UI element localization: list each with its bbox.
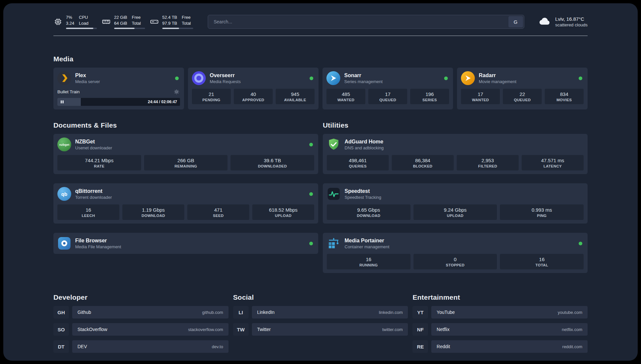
service-card-portainer[interactable]: Media Portainer Container management 16 … <box>323 233 588 273</box>
stat-tile: 485 WANTED <box>326 89 365 104</box>
stat-tile: 39.6 TB DOWNLOADED <box>230 155 314 170</box>
stat-tile: 21 PENDING <box>192 89 231 104</box>
disk-free: 52.4 TB <box>162 15 177 20</box>
bookmark-url: youtube.com <box>558 310 582 315</box>
bookmark-dev[interactable]: DT DEV dev.to <box>53 340 229 353</box>
stat-tile: 196 SERIES <box>410 89 449 104</box>
cpu-progress-bar <box>66 28 97 29</box>
status-dot <box>444 76 448 80</box>
bookmark-url: linkedin.com <box>379 310 403 315</box>
section-title-entertainment: Entertainment <box>412 293 588 301</box>
service-card-radarr[interactable]: Radarr Movie management 17 WANTED 22 QUE… <box>457 68 588 109</box>
stat-tile: 0.993 ms PING <box>500 204 584 220</box>
cpu-monitor: 7% 3.24 CPU Load <box>53 15 97 29</box>
bookmark-name: LinkedIn <box>257 310 275 315</box>
overseerr-icon <box>192 71 206 85</box>
bookmark-netflix[interactable]: NF Netflix netflix.com <box>412 323 588 336</box>
gear-icon[interactable] <box>173 88 180 95</box>
section-social: Social LI LinkedIn linkedin.com TW Twitt… <box>233 293 408 357</box>
section-title-media: Media <box>53 55 588 63</box>
bookmark-linkedin[interactable]: LI LinkedIn linkedin.com <box>233 306 408 318</box>
bookmark-url: netflix.com <box>562 327 582 332</box>
bookmark-twitter[interactable]: TW Twitter twitter.com <box>233 323 408 336</box>
memory-progress-bar <box>114 28 145 29</box>
dashboard-window: 7% 3.24 CPU Load <box>3 3 638 361</box>
stat-tile: 16 LEECH <box>57 204 119 220</box>
memory-free: 22 GiB <box>114 15 127 20</box>
service-card-nzbget[interactable]: nzbget NZBGet Usenet downloader 744.21 M… <box>53 134 318 174</box>
service-card-speedtest[interactable]: Speedtest Speedtest Tracking 9.65 Gbps D… <box>323 183 588 224</box>
speedtest-icon <box>327 187 341 201</box>
search-input[interactable] <box>209 19 508 24</box>
service-card-sonarr[interactable]: Sonarr Series management 485 WANTED 17 Q… <box>322 68 453 109</box>
bookmark-url: dev.to <box>212 344 223 349</box>
section-developer: Developer GH Github github.com SO StackO… <box>53 293 229 357</box>
radarr-icon <box>461 71 475 85</box>
service-card-adguard[interactable]: AdGuard Home DNS and adblocking 498,461 … <box>323 134 588 174</box>
stat-tile: 17 QUEUED <box>368 89 407 104</box>
service-subtitle: Media File Management <box>75 244 305 249</box>
service-card-qbittorrent[interactable]: qb qBittorrent Torrent downloader 16 LEE… <box>53 183 318 224</box>
memory-monitor: 22 GiB 64 GiB Free Total <box>102 15 145 29</box>
bookmark-abbr: RE <box>412 340 428 353</box>
bookmark-url: twitter.com <box>382 327 403 332</box>
cloud-icon <box>538 15 551 29</box>
bookmark-abbr: SO <box>53 323 69 336</box>
plex-now-playing: Bullet Train 24:44 / 0 <box>57 88 180 106</box>
playback-progress-bar[interactable]: 24:44 / 02:06:47 <box>57 98 180 106</box>
stat-tile: 945 AVAILABLE <box>276 89 315 104</box>
service-title: Speedtest <box>345 188 584 194</box>
status-dot <box>309 242 313 245</box>
disk-values: 52.4 TB 97.9 TB <box>162 15 177 26</box>
bookmark-youtube[interactable]: YT YouTube youtube.com <box>412 306 588 318</box>
section-title-social: Social <box>233 293 408 301</box>
service-title: File Browser <box>75 238 305 244</box>
bookmark-name: YouTube <box>437 310 455 315</box>
cpu-labels: CPU Load <box>79 15 88 26</box>
search-bar: G <box>208 15 524 29</box>
topbar-divider <box>53 36 588 36</box>
section-title-utilities: Utilities <box>323 121 588 129</box>
service-card-filebrowser[interactable]: File Browser Media File Management <box>53 233 318 254</box>
search-engine-button[interactable]: G <box>508 16 523 27</box>
service-title: Media Portainer <box>345 238 575 244</box>
plex-icon <box>57 71 71 85</box>
memory-labels: Free Total <box>132 15 141 26</box>
weather-widget[interactable]: Lviv, 16.87°C scattered clouds <box>538 15 588 29</box>
service-title: AdGuard Home <box>345 139 584 145</box>
stat-tile: 16 RUNNING <box>327 254 411 269</box>
status-dot <box>309 192 313 196</box>
status-dot <box>309 143 313 146</box>
section-utilities: Utilities AdGuard Home DNS and adblockin… <box>323 121 588 273</box>
status-dot <box>175 76 179 80</box>
bookmark-url: reddit.com <box>562 344 582 349</box>
bookmark-reddit[interactable]: RE Reddit reddit.com <box>412 340 588 353</box>
stat-tile: 1.19 Gbps DOWNLOAD <box>122 204 184 220</box>
pause-icon[interactable] <box>60 100 64 104</box>
bookmark-name: DEV <box>77 344 87 349</box>
stat-tile: 22 QUEUED <box>503 89 542 104</box>
bookmark-abbr: NF <box>412 323 428 336</box>
memory-icon <box>102 17 111 26</box>
status-dot <box>310 76 313 80</box>
stat-tile: 498,461 QUERIES <box>327 155 389 170</box>
bookmark-github[interactable]: GH Github github.com <box>53 306 229 318</box>
status-dot <box>579 242 582 245</box>
bookmark-url: github.com <box>202 310 223 315</box>
service-title: qBittorrent <box>75 188 305 194</box>
bookmark-name: Netflix <box>437 327 449 332</box>
section-title-documents: Documents & Files <box>53 121 318 129</box>
adguard-icon <box>327 137 341 151</box>
status-dot <box>579 76 582 80</box>
qbittorrent-icon: qb <box>57 187 71 201</box>
service-subtitle: DNS and adblocking <box>345 145 584 150</box>
service-card-plex[interactable]: Plex Media server Bullet Train <box>53 68 184 109</box>
stat-tile: 86,384 BLOCKED <box>392 155 454 170</box>
cpu-chip-icon <box>53 17 63 26</box>
service-card-overseerr[interactable]: Overseerr Media Requests 21 PENDING 40 A… <box>188 68 319 109</box>
disk-progress-bar <box>162 28 193 29</box>
bookmark-name: Github <box>77 310 91 315</box>
stat-tile: 744.21 Mbps RATE <box>57 155 141 170</box>
bookmark-stackoverflow[interactable]: SO StackOverflow stackoverflow.com <box>53 323 229 336</box>
service-title: Sonarr <box>344 73 440 78</box>
